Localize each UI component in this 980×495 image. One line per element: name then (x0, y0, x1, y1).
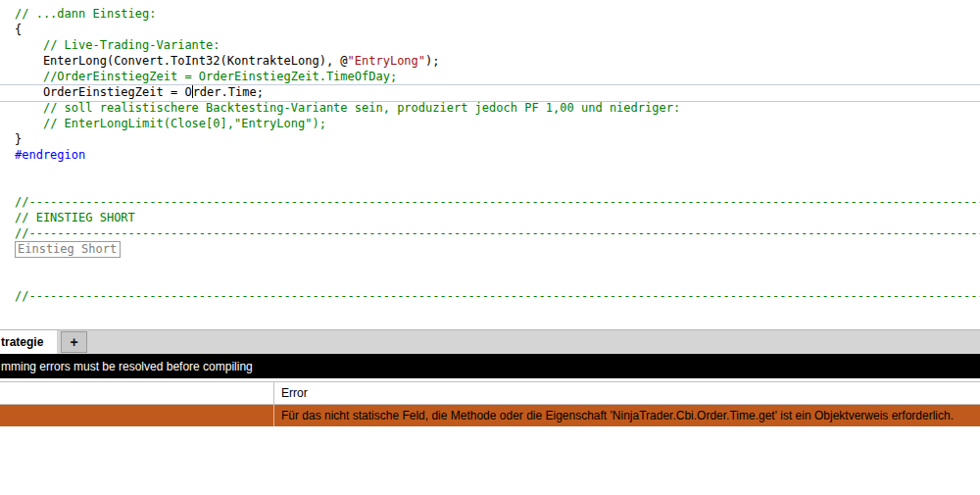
code-line[interactable]: //--------------------------------------… (15, 225, 980, 241)
error-grid-icon-column-header (0, 382, 274, 404)
code-segment: // EINSTIEG SHORT (15, 211, 135, 224)
code-line[interactable]: //--------------------------------------… (15, 194, 980, 210)
compile-status-message: mming errors must be resolved before com… (1, 360, 253, 373)
code-segment: #endregion (15, 148, 85, 162)
code-line[interactable]: } (15, 131, 980, 147)
code-line[interactable]: // Live-Trading-Variante: (15, 37, 980, 53)
code-segment: // Live-Trading-Variante: (43, 38, 220, 52)
code-line[interactable] (15, 163, 980, 178)
code-line-current[interactable]: OrderEinstiegZeit = Order.Time; (15, 84, 980, 100)
code-segment: { (15, 23, 22, 36)
code-segment: // EnterLongLimit(Close[0],"EntryLong"); (43, 117, 326, 130)
code-line[interactable]: #endregion (15, 147, 980, 163)
code-segment: //OrderEinstiegZeit = OrderEinstiegZeit.… (43, 70, 397, 83)
error-row[interactable]: Für das nicht statische Feld, die Method… (0, 405, 980, 426)
code-line[interactable]: Einstieg Short (15, 241, 980, 257)
code-line[interactable]: EnterLong(Convert.ToInt32(KontrakteLong)… (15, 53, 980, 69)
code-line[interactable]: //--------------------------------------… (15, 288, 980, 304)
code-line[interactable]: // soll realistischere Backtesting-Varia… (15, 100, 980, 116)
code-segment: //--------------------------------------… (15, 195, 980, 209)
code-segment: //--------------------------------------… (15, 289, 980, 303)
code-segment: "EntryLong" (348, 54, 425, 68)
code-segment: } (15, 132, 22, 146)
code-line[interactable]: // ...dann Einstieg: (15, 6, 980, 22)
code-line[interactable]: // EINSTIEG SHORT (15, 210, 980, 225)
compile-status-bar: mming errors must be resolved before com… (0, 354, 980, 378)
code-segment (15, 70, 43, 83)
code-segment: // soll realistischere Backtesting-Varia… (43, 101, 680, 115)
code-segment: rder.Time; (193, 85, 264, 99)
code-segment (15, 117, 43, 130)
tab-strategie[interactable]: trategie (0, 330, 57, 354)
code-segment: //--------------------------------------… (15, 226, 980, 240)
code-segment: // ...dann Einstieg: (15, 7, 157, 21)
error-grid: Error Für das nicht statische Feld, die … (0, 381, 980, 426)
code-editor[interactable]: // ...dann Einstieg:{ // Live-Trading-Va… (0, 0, 980, 329)
tab-strategie-label: trategie (1, 335, 43, 349)
error-message: Für das nicht statische Feld, die Method… (281, 409, 954, 422)
code-segment (15, 38, 43, 52)
code-segment (15, 101, 43, 115)
code-line[interactable]: // EnterLongLimit(Close[0],"EntryLong"); (15, 116, 980, 131)
code-segment: OrderEinstiegZeit = O (15, 85, 192, 99)
error-row-message-cell: Für das nicht statische Feld, die Method… (274, 405, 980, 426)
code-segment: ); (425, 54, 439, 68)
error-column-header-label: Error (281, 386, 308, 400)
code-line[interactable] (15, 272, 980, 288)
code-line[interactable]: //OrderEinstiegZeit = OrderEinstiegZeit.… (15, 69, 980, 84)
code-line[interactable] (15, 178, 980, 194)
add-tab-button[interactable]: + (61, 331, 87, 353)
error-grid-header: Error (0, 381, 980, 405)
tab-strip: trategie + (0, 329, 980, 354)
error-row-icon-cell (0, 405, 274, 426)
code-segment: EnterLong(Convert.ToInt32(KontrakteLong)… (15, 54, 348, 68)
error-grid-error-column-header[interactable]: Error (274, 382, 980, 404)
plus-icon: + (70, 334, 77, 350)
collapsed-region-box[interactable]: Einstieg Short (15, 241, 121, 258)
code-line[interactable]: { (15, 22, 980, 37)
code-line[interactable] (15, 257, 980, 272)
